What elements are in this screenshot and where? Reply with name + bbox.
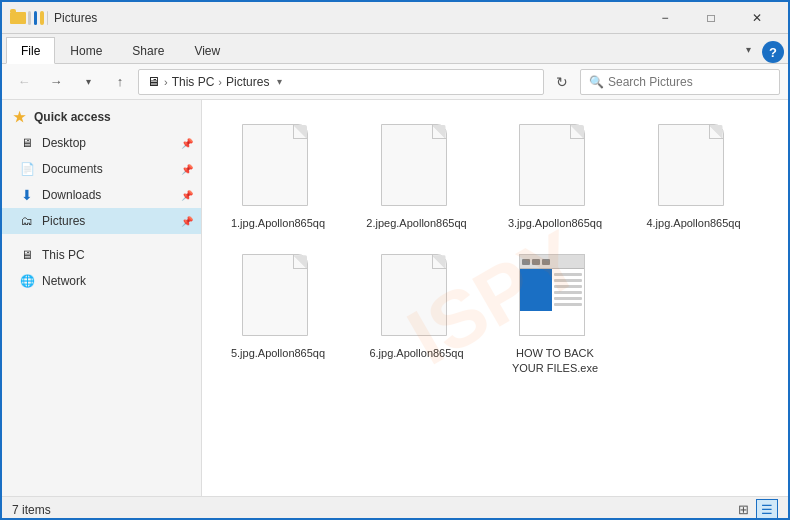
file-name-4: 4.jpg.Apollon865qq (646, 216, 740, 230)
sidebar: ★ Quick access 🖥 Desktop 📌 📄 Documents 📌… (2, 100, 202, 496)
large-icons-view-button[interactable]: ⊞ (732, 499, 754, 521)
file-item-5[interactable]: 5.jpg.Apollon865qq (218, 246, 338, 383)
folder-icon (10, 12, 26, 24)
file-area: ISPY 1.jpg.Apollon865qq 2.jpeg.Apollon86… (202, 100, 788, 496)
tab-share[interactable]: Share (117, 37, 179, 63)
network-icon: 🌐 (18, 272, 36, 290)
file-item-1[interactable]: 1.jpg.Apollon865qq (218, 116, 338, 238)
status-bar: 7 items ⊞ ☰ (2, 496, 788, 520)
back-button[interactable]: ← (10, 68, 38, 96)
sidebar-item-divider (2, 234, 201, 242)
refresh-button[interactable]: ↻ (548, 68, 576, 96)
file-item-4[interactable]: 4.jpg.Apollon865qq (634, 116, 754, 238)
minimize-button[interactable]: − (642, 2, 688, 34)
file-item-7[interactable]: HOW TO BACK YOUR FILES.exe (495, 246, 615, 383)
file-name-1: 1.jpg.Apollon865qq (231, 216, 325, 230)
pictures-icon: 🗂 (18, 212, 36, 230)
address-bar: ← → ▾ ↑ 🖥 › This PC › Pictures ▾ ↻ 🔍 (2, 64, 788, 100)
this-pc-icon: 🖥 (18, 246, 36, 264)
sidebar-item-network[interactable]: 🌐 Network (2, 268, 201, 294)
path-pictures[interactable]: Pictures (226, 75, 269, 89)
title-bar: Pictures − □ ✕ (2, 2, 788, 34)
file-item-3[interactable]: 3.jpg.Apollon865qq (495, 116, 615, 238)
ribbon-help-btn[interactable]: ? (762, 41, 784, 63)
address-path[interactable]: 🖥 › This PC › Pictures ▾ (138, 69, 544, 95)
path-folder-icon: 🖥 (147, 74, 160, 89)
file-icon-3 (519, 124, 591, 212)
star-icon: ★ (10, 108, 28, 126)
pin-icon-docs: 📌 (181, 164, 193, 175)
file-name-6: 6.jpg.Apollon865qq (369, 346, 463, 360)
file-icon-4 (658, 124, 730, 212)
documents-icon: 📄 (18, 160, 36, 178)
file-icon-5 (242, 254, 314, 342)
search-icon: 🔍 (589, 75, 604, 89)
window-title: Pictures (54, 11, 642, 25)
pin-icon-dl: 📌 (181, 190, 193, 201)
desktop-icon: 🖥 (18, 134, 36, 152)
pin-icon-pic: 📌 (181, 216, 193, 227)
up-button[interactable]: ↑ (106, 68, 134, 96)
view-controls: ⊞ ☰ (732, 499, 778, 521)
file-name-7: HOW TO BACK YOUR FILES.exe (500, 346, 610, 375)
quick-access-header: ★ Quick access (2, 104, 201, 130)
close-button[interactable]: ✕ (734, 2, 780, 34)
recent-locations-button[interactable]: ▾ (74, 68, 102, 96)
sidebar-item-desktop[interactable]: 🖥 Desktop 📌 (2, 130, 201, 156)
path-this-pc[interactable]: This PC (172, 75, 215, 89)
exe-blue-rect (520, 269, 552, 311)
tab-file[interactable]: File (6, 37, 55, 64)
sidebar-item-documents[interactable]: 📄 Documents 📌 (2, 156, 201, 182)
file-icon-1 (242, 124, 314, 212)
file-icon-6 (381, 254, 453, 342)
tab-view[interactable]: View (179, 37, 235, 63)
downloads-icon: ⬇ (18, 186, 36, 204)
search-input[interactable] (608, 75, 771, 89)
search-box[interactable]: 🔍 (580, 69, 780, 95)
titlebar-ribbon-icons (28, 8, 48, 28)
file-icon-2 (381, 124, 453, 212)
file-item-6[interactable]: 6.jpg.Apollon865qq (357, 246, 477, 383)
path-dropdown-icon[interactable]: ▾ (277, 76, 282, 87)
forward-button[interactable]: → (42, 68, 70, 96)
details-view-button[interactable]: ☰ (756, 499, 778, 521)
pin-icon: 📌 (181, 138, 193, 149)
sidebar-item-pictures[interactable]: 🗂 Pictures 📌 (2, 208, 201, 234)
file-icon-7 (519, 254, 591, 342)
maximize-button[interactable]: □ (688, 2, 734, 34)
main-layout: ★ Quick access 🖥 Desktop 📌 📄 Documents 📌… (2, 100, 788, 496)
item-count: 7 items (12, 503, 51, 517)
tab-home[interactable]: Home (55, 37, 117, 63)
ribbon-tabs: File Home Share View ▾ ? (2, 34, 788, 64)
file-name-3: 3.jpg.Apollon865qq (508, 216, 602, 230)
exe-header (520, 255, 584, 269)
exe-lines (552, 269, 584, 335)
ribbon-dropdown-btn[interactable]: ▾ (734, 35, 762, 63)
file-name-5: 5.jpg.Apollon865qq (231, 346, 325, 360)
sidebar-item-downloads[interactable]: ⬇ Downloads 📌 (2, 182, 201, 208)
file-item-2[interactable]: 2.jpeg.Apollon865qq (357, 116, 477, 238)
window-controls: − □ ✕ (642, 2, 780, 34)
sidebar-item-this-pc[interactable]: 🖥 This PC (2, 242, 201, 268)
file-name-2: 2.jpeg.Apollon865qq (366, 216, 466, 230)
